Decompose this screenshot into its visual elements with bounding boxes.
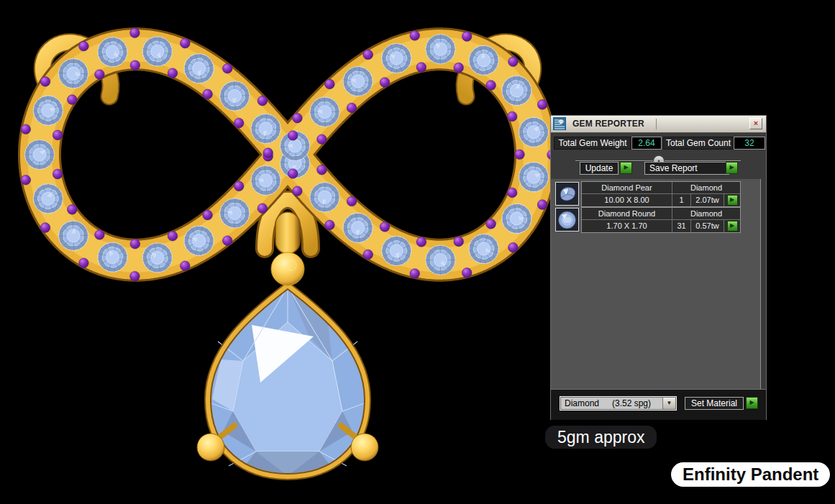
gem-report-icon xyxy=(553,117,566,130)
pendant-3d-viewport[interactable] xyxy=(0,0,575,504)
gem-size-cell: 10.00 X 8.00 xyxy=(582,194,672,206)
gem-weight-cell: 0.57tw xyxy=(691,220,724,232)
total-gem-weight-label: Total Gem Weight xyxy=(554,137,631,150)
gem-name-cell: Diamond Pear xyxy=(582,182,672,194)
gem-material-cell: Diamond xyxy=(672,182,740,194)
panel-titlebar[interactable]: GEM REPORTER × xyxy=(551,116,766,133)
total-gem-weight-value: 2.64 xyxy=(631,137,662,150)
gem-row-diamond-pear[interactable]: Diamond Pear Diamond 10.00 X 8.00 1 2.07… xyxy=(555,181,741,207)
gem-material-cell: Diamond xyxy=(672,208,740,220)
gem-list-area: Diamond Pear Diamond 10.00 X 8.00 1 2.07… xyxy=(551,179,761,390)
gem-row-run-icon[interactable]: ▶ xyxy=(727,221,738,232)
gem-count-cell: 31 xyxy=(672,220,691,232)
chevron-down-icon[interactable]: ▼ xyxy=(662,398,675,409)
close-icon[interactable]: × xyxy=(749,118,762,129)
gem-reporter-panel: GEM REPORTER × Total Gem Weight 2.64 Tot… xyxy=(551,116,766,419)
gem-row-run-icon[interactable]: ▶ xyxy=(727,195,738,206)
material-density-value: (3.52 spg) xyxy=(612,398,651,408)
update-button[interactable]: Update xyxy=(580,162,619,175)
gem-row-action: ▶ xyxy=(724,194,740,206)
panel-footer: Diamond (3.52 spg) ▼ Set Material ▶ xyxy=(551,389,766,420)
save-report-run-icon[interactable]: ▶ xyxy=(726,162,738,174)
gem-row-action: ▶ xyxy=(724,220,740,232)
update-run-icon[interactable]: ▶ xyxy=(620,162,632,174)
total-gem-count-label: Total Gem Count xyxy=(663,137,734,150)
gem-count-cell: 1 xyxy=(672,194,691,206)
gem-row-diamond-round[interactable]: Diamond Round Diamond 1.70 X 1.70 31 0.5… xyxy=(555,207,741,233)
material-dropdown[interactable]: Diamond (3.52 spg) ▼ xyxy=(560,396,677,411)
panel-title: GEM REPORTER xyxy=(572,119,644,129)
round-gem-thumbnail-icon xyxy=(555,208,579,232)
gem-size-cell: 1.70 X 1.70 xyxy=(582,220,672,232)
set-material-button[interactable]: Set Material xyxy=(685,397,744,410)
total-gem-count-value: 32 xyxy=(734,137,765,150)
pear-gem-thumbnail-icon xyxy=(555,182,579,206)
titlebar-divider xyxy=(656,119,657,129)
set-material-run-icon[interactable]: ▶ xyxy=(746,397,758,409)
design-name-pill: Enfinity Pandent xyxy=(671,462,830,487)
gem-name-cell: Diamond Round xyxy=(582,208,672,220)
weight-note-badge: 5gm approx xyxy=(545,426,657,449)
material-dropdown-value: Diamond xyxy=(565,398,599,408)
save-report-button[interactable]: Save Report xyxy=(644,162,729,175)
gem-weight-cell: 2.07tw xyxy=(691,194,724,206)
